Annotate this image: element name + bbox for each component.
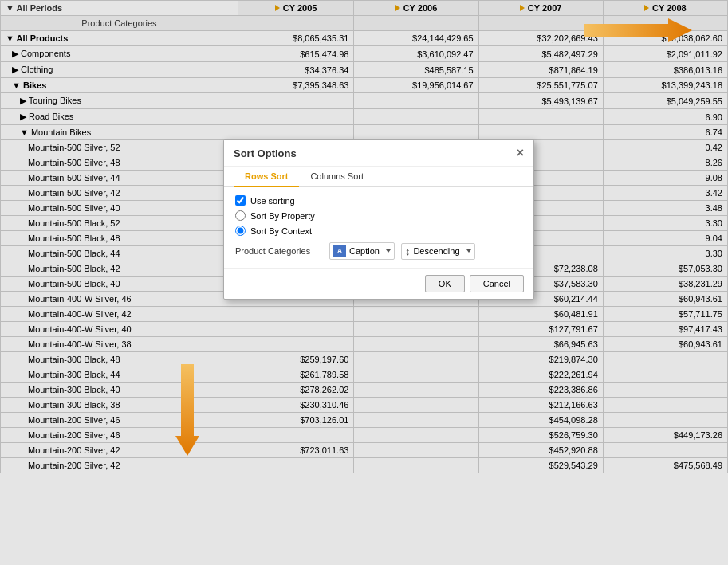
svg-marker-0 (584, 18, 692, 42)
tab-rows-sort[interactable]: Rows Sort (234, 167, 299, 187)
dialog-footer: OK Cancel (224, 268, 533, 299)
sort-az-icon: ↕ (405, 245, 411, 257)
descending-dropdown-label: Descending (413, 246, 459, 256)
caption-dropdown[interactable]: A Caption (329, 242, 395, 260)
cancel-button-label: Cancel (483, 279, 510, 288)
sort-by-property-text: Sort By Property (250, 211, 315, 221)
sort-config-row: Product Categories A Caption ↕ Descendin… (235, 242, 522, 260)
ok-button[interactable]: OK (425, 275, 465, 292)
dialog-title-label: Sort Options (234, 147, 297, 159)
sort-by-context-label: Sort By Context (250, 226, 312, 236)
dialog-tabs: Rows Sort Columns Sort (224, 167, 533, 187)
sort-options-dialog: Sort Options × Rows Sort Columns Sort Us… (223, 139, 534, 300)
sort-row-label: Product Categories (235, 246, 323, 256)
sort-by-context-radio[interactable] (235, 226, 246, 236)
descending-dropdown-arrow (466, 249, 471, 253)
caption-dropdown-icon: A (333, 245, 346, 257)
dialog-body: Use sorting Sort By Property Sort By Con… (224, 187, 533, 268)
ok-button-label: OK (439, 279, 451, 288)
sort-by-property-radio[interactable] (235, 210, 246, 221)
tab-columns-sort[interactable]: Columns Sort (299, 167, 375, 187)
dialog-close-button[interactable]: × (517, 147, 524, 159)
caption-dropdown-label: Caption (349, 246, 380, 256)
use-sorting-option[interactable]: Use sorting (235, 195, 522, 206)
sort-by-property-label: Sort By Property (250, 211, 315, 221)
sort-by-context-text: Sort By Context (250, 226, 312, 236)
svg-marker-1 (175, 364, 199, 456)
use-sorting-checkbox[interactable] (235, 195, 246, 206)
tab-rows-sort-label: Rows Sort (245, 171, 288, 181)
descending-dropdown[interactable]: ↕ Descending (401, 243, 475, 260)
dialog-title-bar: Sort Options × (224, 140, 533, 167)
use-sorting-label: Use sorting (250, 196, 295, 206)
use-sorting-text: Use sorting (250, 196, 295, 206)
cancel-button[interactable]: Cancel (470, 275, 524, 292)
arrow-down-decoration (171, 364, 203, 461)
sort-by-context-option[interactable]: Sort By Context (235, 226, 522, 236)
tab-columns-sort-label: Columns Sort (310, 171, 364, 181)
sort-by-property-option[interactable]: Sort By Property (235, 210, 522, 221)
caption-dropdown-arrow (386, 249, 391, 253)
